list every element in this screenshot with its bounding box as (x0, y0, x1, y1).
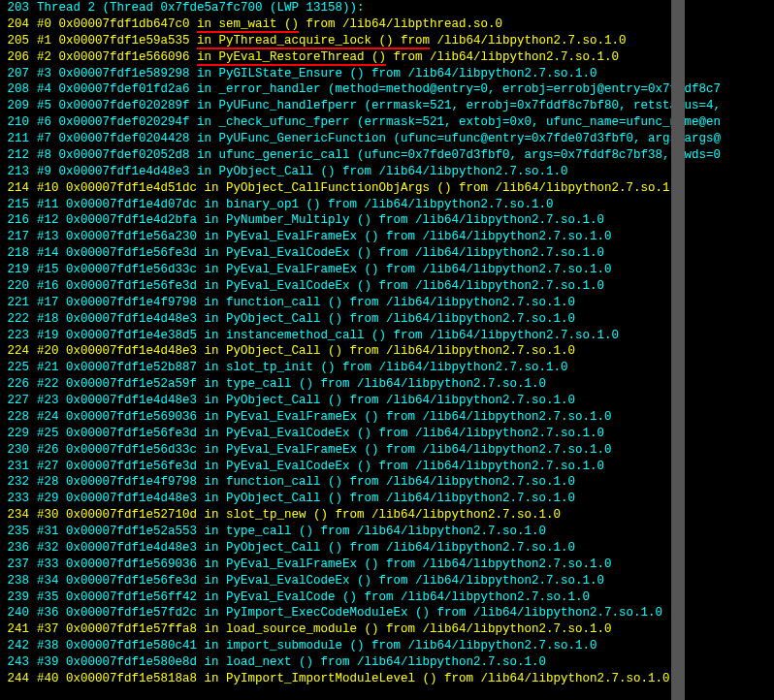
highlighted-call: in PyThread_acquire_lock () from (197, 34, 430, 49)
line-content: #24 0x00007fdf1e569036 in PyEval_EvalFra… (37, 409, 612, 426)
line-number: 229 (0, 426, 37, 442)
stack-line: 206#2 0x00007fdf1e566096 in PyEval_Resto… (0, 49, 774, 66)
line-number: 212 (0, 147, 37, 164)
stack-line: 229#25 0x00007fdf1e56fe3d in PyEval_Eval… (0, 426, 774, 442)
stack-line: 204#0 0x00007fdf1db647c0 in sem_wait () … (0, 16, 774, 33)
line-number: 226 (0, 376, 37, 393)
line-number: 207 (0, 66, 37, 82)
line-content: #34 0x00007fdf1e56fe3d in PyEval_EvalCod… (37, 573, 604, 589)
line-number: 222 (0, 311, 37, 328)
line-content: #6 0x00007fdef020294f in _check_ufunc_fp… (37, 114, 721, 131)
line-content: #4 0x00007fdef01fd2a6 in _error_handler … (37, 81, 721, 98)
line-content: #33 0x00007fdf1e569036 in PyEval_EvalFra… (37, 557, 612, 573)
stack-line: 208#4 0x00007fdef01fd2a6 in _error_handl… (0, 81, 774, 98)
stack-line: 215#11 0x00007fdf1e4d07dc in binary_op1 … (0, 197, 774, 213)
line-number: 233 (0, 491, 37, 507)
debugger-output: 203Thread 2 (Thread 0x7fde5a7fc700 (LWP … (0, 0, 774, 687)
line-number: 203 (0, 0, 37, 16)
line-number: 204 (0, 16, 37, 33)
line-content: #8 0x00007fdef02052d8 in ufunc_generic_c… (37, 147, 721, 164)
line-number: 241 (0, 621, 37, 638)
line-content: #35 0x00007fdf1e56ff42 in PyEval_EvalCod… (37, 589, 590, 606)
line-number: 214 (0, 180, 37, 197)
line-number: 237 (0, 557, 37, 573)
scrollbar[interactable] (671, 0, 685, 700)
line-number: 230 (0, 442, 37, 459)
line-content: #38 0x00007fdf1e580c41 in import_submodu… (37, 638, 597, 654)
stack-line: 240#36 0x00007fdf1e57fd2c in PyImport_Ex… (0, 605, 774, 621)
line-content: #36 0x00007fdf1e57fd2c in PyImport_ExecC… (37, 605, 662, 621)
line-content: #2 0x00007fdf1e566096 in PyEval_RestoreT… (37, 49, 619, 66)
line-content: #10 0x00007fdf1e4d51dc in PyObject_CallF… (37, 180, 685, 197)
line-number: 236 (0, 540, 37, 557)
line-content: #7 0x00007fdef0204428 in PyUFunc_Generic… (37, 131, 721, 147)
line-number: 228 (0, 409, 37, 426)
stack-line: 213#9 0x00007fdf1e4d48e3 in PyObject_Cal… (0, 164, 774, 180)
line-content: #40 0x00007fdf1e5818a8 in PyImport_Impor… (37, 671, 670, 687)
stack-line: 226#22 0x00007fdf1e52a59f in type_call (… (0, 376, 774, 393)
stack-line: 225#21 0x00007fdf1e52b887 in slot_tp_ini… (0, 360, 774, 376)
line-content: #1 0x00007fdf1e59a535 in PyThread_acquir… (37, 33, 627, 49)
stack-line: 242#38 0x00007fdf1e580c41 in import_subm… (0, 638, 774, 654)
stack-line: 235#31 0x00007fdf1e52a553 in type_call (… (0, 524, 774, 540)
stack-line: 220#16 0x00007fdf1e56fe3d in PyEval_Eval… (0, 278, 774, 295)
stack-line: 237#33 0x00007fdf1e569036 in PyEval_Eval… (0, 557, 774, 573)
stack-line: 210#6 0x00007fdef020294f in _check_ufunc… (0, 114, 774, 131)
scrollbar-thumb[interactable] (671, 0, 685, 700)
line-content: #29 0x00007fdf1e4d48e3 in PyObject_Call … (37, 491, 575, 507)
line-content: #0 0x00007fdf1db647c0 in sem_wait () fro… (37, 16, 502, 33)
line-number: 219 (0, 262, 37, 278)
line-number: 206 (0, 49, 37, 66)
stack-line: 211#7 0x00007fdef0204428 in PyUFunc_Gene… (0, 131, 774, 147)
stack-line: 227#23 0x00007fdf1e4d48e3 in PyObject_Ca… (0, 393, 774, 409)
line-number: 216 (0, 212, 37, 229)
stack-line: 231#27 0x00007fdf1e56fe3d in PyEval_Eval… (0, 459, 774, 475)
line-number: 205 (0, 33, 37, 49)
line-number: 217 (0, 229, 37, 245)
line-number: 234 (0, 507, 37, 524)
line-content: #13 0x00007fdf1e56a230 in PyEval_EvalFra… (37, 229, 612, 245)
line-number: 227 (0, 393, 37, 409)
line-content: #20 0x00007fdf1e4d48e3 in PyObject_Call … (37, 343, 575, 360)
line-content: #14 0x00007fdf1e56fe3d in PyEval_EvalCod… (37, 245, 604, 262)
line-number: 224 (0, 343, 37, 360)
stack-line: 207#3 0x00007fdf1e589298 in PyGILState_E… (0, 66, 774, 82)
stack-line: 218#14 0x00007fdf1e56fe3d in PyEval_Eval… (0, 245, 774, 262)
stack-line: 217#13 0x00007fdf1e56a230 in PyEval_Eval… (0, 229, 774, 245)
line-number: 238 (0, 573, 37, 589)
line-content: #11 0x00007fdf1e4d07dc in binary_op1 () … (37, 197, 554, 213)
line-content: #23 0x00007fdf1e4d48e3 in PyObject_Call … (37, 393, 575, 409)
stack-line: 222#18 0x00007fdf1e4d48e3 in PyObject_Ca… (0, 311, 774, 328)
stack-line: 216#12 0x00007fdf1e4d2bfa in PyNumber_Mu… (0, 212, 774, 229)
line-content: #9 0x00007fdf1e4d48e3 in PyObject_Call (… (37, 164, 568, 180)
line-content: #31 0x00007fdf1e52a553 in type_call () f… (37, 524, 546, 540)
line-content: #28 0x00007fdf1e4f9798 in function_call … (37, 474, 575, 491)
line-number: 218 (0, 245, 37, 262)
stack-line: 212#8 0x00007fdef02052d8 in ufunc_generi… (0, 147, 774, 164)
highlighted-call: in sem_wait () (197, 17, 299, 33)
stack-line: 221#17 0x00007fdf1e4f9798 in function_ca… (0, 295, 774, 311)
stack-line: 209#5 0x00007fdef020289f in PyUFunc_hand… (0, 98, 774, 114)
line-number: 223 (0, 328, 37, 344)
stack-line: 236#32 0x00007fdf1e4d48e3 in PyObject_Ca… (0, 540, 774, 557)
stack-line: 214#10 0x00007fdf1e4d51dc in PyObject_Ca… (0, 180, 774, 197)
line-number: 232 (0, 474, 37, 491)
line-number: 225 (0, 360, 37, 376)
line-number: 210 (0, 114, 37, 131)
stack-line: 238#34 0x00007fdf1e56fe3d in PyEval_Eval… (0, 573, 774, 589)
line-number: 239 (0, 589, 37, 606)
line-number: 243 (0, 654, 37, 671)
line-number: 220 (0, 278, 37, 295)
stack-line: 241#37 0x00007fdf1e57ffa8 in load_source… (0, 621, 774, 638)
line-number: 240 (0, 605, 37, 621)
stack-line: 219#15 0x00007fdf1e56d33c in PyEval_Eval… (0, 262, 774, 278)
line-content: #25 0x00007fdf1e56fe3d in PyEval_EvalCod… (37, 426, 604, 442)
line-content: #27 0x00007fdf1e56fe3d in PyEval_EvalCod… (37, 459, 604, 475)
stack-line: 223#19 0x00007fdf1e4e38d5 in instancemet… (0, 328, 774, 344)
line-number: 235 (0, 524, 37, 540)
stack-line: 239#35 0x00007fdf1e56ff42 in PyEval_Eval… (0, 589, 774, 606)
line-content: Thread 2 (Thread 0x7fde5a7fc700 (LWP 131… (37, 0, 365, 16)
stack-line: 232#28 0x00007fdf1e4f9798 in function_ca… (0, 474, 774, 491)
line-content: #16 0x00007fdf1e56fe3d in PyEval_EvalCod… (37, 278, 604, 295)
stack-line: 244#40 0x00007fdf1e5818a8 in PyImport_Im… (0, 671, 774, 687)
